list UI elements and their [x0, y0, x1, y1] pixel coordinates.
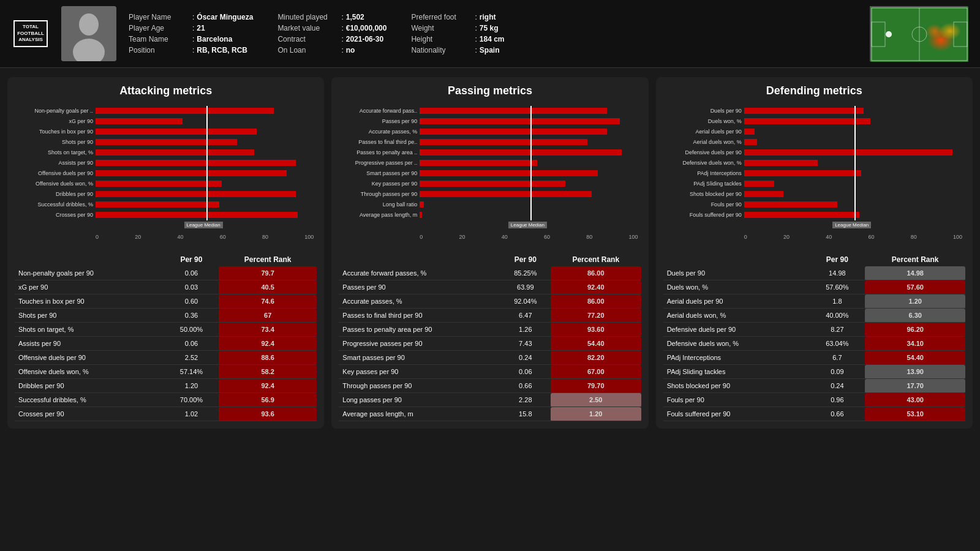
header: TOTALFOOTBALLANALYSIS Player Name : Ósca…	[0, 0, 980, 68]
chart-label: PAdj Interceptions	[663, 170, 742, 176]
metric-cell: Aerial duels won, %	[663, 309, 810, 323]
player-name-label: Player Name	[129, 13, 190, 21]
bar-container	[744, 212, 965, 218]
chart-row: Through passes per 90	[339, 189, 641, 198]
chart-row: Accurate forward pass..	[339, 106, 641, 115]
per90-cell: 15.8	[500, 407, 551, 421]
svg-point-1	[79, 13, 99, 36]
defending-table: Per 90 Percent Rank Duels per 90 14.98 1…	[663, 253, 965, 421]
table-row: Non-penalty goals per 90 0.06 79.7	[15, 266, 317, 280]
axis-label: 80	[262, 234, 268, 240]
rank-cell: 1.20	[865, 294, 965, 309]
chart-label: Assists per 90	[15, 160, 93, 166]
chart-label: Aerial duels won, %	[663, 139, 742, 145]
chart-label: Accurate passes, %	[339, 129, 417, 135]
bar-container	[420, 191, 641, 197]
bar	[96, 212, 298, 218]
logo-text: TOTALFOOTBALLANALYSIS	[13, 20, 48, 47]
table-row: Aerial duels per 90 1.8 1.20	[663, 294, 965, 309]
chart-row: Crosses per 90	[15, 210, 317, 219]
attacking-panel: Attacking metrics Non-penalty goals per …	[7, 77, 324, 429]
metric-cell: Duels per 90	[663, 266, 810, 280]
per90-cell: 0.06	[164, 337, 219, 351]
defending-chart: Duels per 90 Duels won, % Aerial duels p…	[663, 106, 965, 247]
chart-row: Passes to final third pe..	[339, 137, 641, 146]
table-row: Successful dribbles, % 70.00% 56.9	[15, 393, 317, 407]
chart-label: Crosses per 90	[15, 212, 93, 218]
bar-container	[96, 170, 317, 176]
bar-container	[744, 201, 965, 208]
chart-row: Key passes per 90	[339, 179, 641, 188]
bar	[744, 181, 775, 187]
table-row: Accurate passes, % 92.04% 86.00	[339, 294, 641, 309]
chart-label: Passes to final third pe..	[339, 139, 417, 145]
chart-label: Fouls per 90	[663, 201, 742, 208]
league-median-label: League Median	[508, 222, 547, 228]
table-row: Duels won, % 57.60% 57.60	[663, 280, 965, 294]
chart-label: Defensive duels per 90	[663, 149, 742, 156]
league-median-label: League Median	[832, 222, 871, 228]
bar	[420, 118, 620, 124]
table-row: Aerial duels won, % 40.00% 6.30	[663, 309, 965, 323]
axis-label: 0	[744, 234, 747, 240]
chart-label: Average pass length, m	[339, 212, 417, 218]
axis: 020406080100	[420, 234, 641, 240]
bar	[420, 108, 606, 114]
bar	[744, 201, 838, 208]
axis-label: 20	[459, 234, 466, 240]
per90-cell: 6.47	[500, 309, 551, 323]
bar-container	[744, 139, 965, 145]
per90-cell: 63.04%	[809, 337, 865, 351]
chart-label: Duels won, %	[663, 118, 742, 124]
bar-container	[96, 191, 317, 197]
bar	[96, 160, 296, 166]
chart-label: Touches in box per 90	[15, 129, 93, 135]
metric-cell: Defensive duels per 90	[663, 323, 810, 337]
chart-row: Touches in box per 90	[15, 127, 317, 136]
bar-container	[420, 212, 641, 218]
per90-cell: 0.03	[164, 280, 219, 294]
bar	[744, 212, 859, 218]
foot-value: right	[480, 13, 496, 21]
bar	[96, 201, 219, 208]
bar	[420, 129, 606, 135]
per90-cell: 92.04%	[500, 294, 551, 309]
attacking-table: Per 90 Percent Rank Non-penalty goals pe…	[15, 253, 317, 421]
per90-cell: 0.66	[809, 407, 865, 421]
table-row: Fouls suffered per 90 0.66 53.10	[663, 407, 965, 421]
metric-cell: Through passes per 90	[339, 379, 500, 393]
defending-col-rank: Percent Rank	[865, 253, 965, 266]
metric-cell: Defensive duels won, %	[663, 337, 810, 351]
chart-row: Assists per 90	[15, 158, 317, 167]
rank-cell: 13.90	[865, 365, 965, 379]
rank-cell: 57.60	[865, 280, 965, 294]
chart-row: Shots on target, %	[15, 148, 317, 157]
chart-label: Shots per 90	[15, 139, 93, 145]
passing-panel: Passing metrics Accurate forward pass.. …	[331, 77, 648, 429]
rank-cell: 92.4	[219, 379, 317, 393]
rank-cell: 17.70	[865, 379, 965, 393]
chart-row: Shots per 90	[15, 137, 317, 146]
attacking-col-metric	[15, 253, 164, 266]
per90-cell: 8.27	[809, 323, 865, 337]
info-col-3: Preferred foot : right Weight : 75 kg He…	[411, 13, 504, 54]
per90-cell: 0.24	[809, 379, 865, 393]
per90-cell: 63.99	[500, 280, 551, 294]
bar	[744, 118, 870, 124]
axis-label: 0	[420, 234, 423, 240]
chart-label: Non-penalty goals per ..	[15, 108, 93, 114]
axis-label: 60	[220, 234, 226, 240]
rank-cell: 86.00	[551, 266, 641, 280]
bar-container	[420, 139, 641, 145]
chart-row: Aerial duels won, %	[663, 137, 965, 146]
rank-cell: 43.00	[865, 393, 965, 407]
chart-label: Successful dribbles, %	[15, 201, 93, 208]
weight-value: 75 kg	[480, 24, 499, 32]
bar-container	[420, 170, 641, 176]
per90-cell: 7.43	[500, 337, 551, 351]
table-row: Average pass length, m 15.8 1.20	[339, 407, 641, 421]
team-name-label: Team Name	[129, 35, 190, 43]
bar	[420, 212, 422, 218]
metric-cell: Touches in box per 90	[15, 294, 164, 309]
metric-cell: Aerial duels per 90	[663, 294, 810, 309]
